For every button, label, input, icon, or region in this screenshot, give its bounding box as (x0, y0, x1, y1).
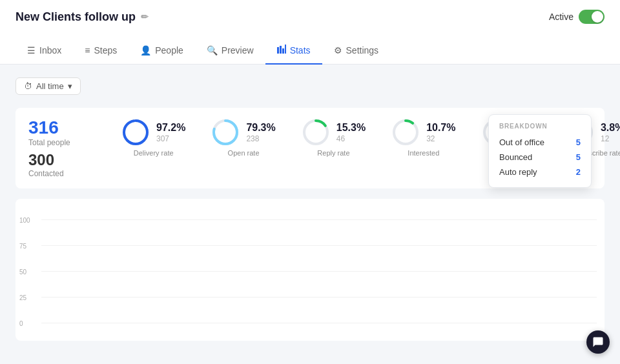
settings-icon: ⚙ (334, 45, 342, 56)
tab-stats[interactable]: Stats (265, 45, 322, 65)
breakdown-row-2: Bounced 5 (499, 150, 581, 165)
main-content: ⏱ All time ▾ 316 Total people 300 Contac… (0, 65, 620, 364)
tab-inbox-label: Inbox (39, 45, 61, 56)
tab-people-label: People (155, 45, 183, 56)
breakdown-value-3: 2 (576, 167, 581, 177)
unsub-count: 12 (601, 134, 620, 143)
breakdown-title: BREAKDOWN (499, 123, 581, 130)
grid-label: 100 (19, 216, 30, 223)
grid-label: 0 (19, 319, 23, 327)
people-icon: 👤 (140, 45, 151, 56)
chart-area: 1007550250 (16, 199, 604, 341)
header-top: New Clients follow up ✏ Active (16, 0, 604, 34)
stat-open-item: 79.3% 238 (198, 118, 288, 147)
svg-rect-3 (285, 45, 286, 54)
open-info: 79.3% 238 (246, 121, 275, 143)
total-people-label: Total people (28, 138, 93, 147)
header: New Clients follow up ✏ Active ☰ Inbox ≡… (0, 0, 620, 65)
breakdown-row-3: Auto reply 2 (499, 165, 581, 179)
stats-row: 316 Total people 300 Contacted 97.2% 307… (16, 108, 604, 188)
svg-point-5 (124, 121, 147, 144)
open-count: 238 (246, 134, 275, 143)
page-title: New Clients follow up ✏ (16, 10, 149, 24)
reply-info: 15.3% 46 (336, 121, 366, 143)
contacted-label: Contacted (28, 169, 93, 178)
active-toggle[interactable] (579, 10, 604, 24)
grid-label: 50 (19, 268, 26, 275)
unsub-pct: 3.8% (601, 121, 620, 134)
clock-icon: ⏱ (24, 81, 32, 91)
grid-line: 0 (41, 323, 597, 323)
open-pct: 79.3% (246, 121, 275, 134)
breakdown-label-3: Auto reply (499, 167, 537, 177)
breakdown-value-1: 5 (576, 137, 581, 147)
stats-icon (277, 45, 286, 56)
inbox-icon: ☰ (27, 45, 36, 56)
delivery-count: 307 (156, 134, 185, 143)
tab-steps-label: Steps (94, 45, 117, 56)
time-filter[interactable]: ⏱ All time ▾ (16, 77, 81, 95)
breakdown-label-1: Out of office (499, 137, 544, 147)
delivery-pct: 97.2% (156, 121, 185, 134)
bars-container (46, 209, 597, 323)
active-label: Active (549, 12, 574, 22)
svg-point-10 (394, 121, 417, 144)
unsub-info: 3.8% 12 (601, 121, 620, 143)
interested-pct: 10.7% (426, 121, 455, 134)
tab-people[interactable]: 👤 People (129, 45, 195, 65)
reply-pct: 15.3% (336, 121, 366, 134)
reply-count: 46 (336, 134, 366, 143)
nav-tabs: ☰ Inbox ≡ Steps 👤 People 🔍 Preview (16, 34, 604, 65)
tab-settings[interactable]: ⚙ Settings (322, 45, 391, 65)
reply-circle (302, 118, 330, 147)
chat-bubble[interactable] (586, 330, 610, 354)
chevron-down-icon: ▾ (68, 81, 72, 91)
svg-rect-0 (277, 47, 279, 54)
tab-preview[interactable]: 🔍 Preview (195, 45, 265, 65)
svg-rect-1 (280, 46, 282, 54)
delivery-circle (121, 118, 150, 147)
active-badge: Active (549, 10, 604, 24)
stat-reply: 15.3% 46 Reply rate (289, 118, 378, 157)
total-people-number: 316 (28, 118, 93, 138)
stat-reply-item: 15.3% 46 (289, 118, 378, 147)
delivery-info: 97.2% 307 (156, 121, 185, 143)
breakdown-label-2: Bounced (499, 152, 532, 162)
preview-icon: 🔍 (207, 45, 218, 56)
stat-delivery-item: 97.2% 307 (108, 118, 198, 147)
tab-inbox[interactable]: ☰ Inbox (16, 45, 73, 65)
filter-bar: ⏱ All time ▾ (16, 77, 604, 95)
stat-open: 79.3% 238 Open rate (198, 118, 288, 157)
stat-interested-item: 10.7% 32 (378, 118, 468, 147)
delivery-label: Delivery rate (134, 149, 174, 157)
tab-stats-label: Stats (290, 45, 311, 56)
steps-icon: ≡ (85, 45, 90, 56)
grid-label: 25 (19, 294, 26, 301)
contacted-number: 300 (28, 151, 93, 169)
grid-label: 75 (19, 242, 26, 249)
title-text: New Clients follow up (16, 10, 136, 24)
tab-steps[interactable]: ≡ Steps (73, 45, 129, 65)
stat-interested: 10.7% 32 Interested (378, 118, 468, 157)
open-label: Open rate (228, 149, 260, 157)
tab-preview-label: Preview (222, 45, 254, 56)
stat-delivery: 97.2% 307 Delivery rate (108, 118, 198, 157)
time-filter-label: All time (36, 81, 64, 91)
interested-circle (391, 118, 420, 147)
breakdown-value-2: 5 (576, 152, 581, 162)
breakdown-popup: BREAKDOWN Out of office 5 Bounced 5 Auto… (488, 114, 592, 188)
interested-label: Interested (408, 149, 439, 157)
chat-icon (592, 336, 604, 348)
open-circle (211, 118, 240, 147)
reply-label: Reply rate (317, 149, 349, 157)
tab-settings-label: Settings (346, 45, 379, 56)
interested-info: 10.7% 32 (426, 121, 455, 143)
edit-icon[interactable]: ✏ (141, 12, 149, 22)
stat-total: 316 Total people 300 Contacted (28, 118, 93, 178)
breakdown-row-1: Out of office 5 (499, 135, 581, 150)
svg-rect-2 (282, 48, 284, 54)
interested-count: 32 (426, 134, 455, 143)
